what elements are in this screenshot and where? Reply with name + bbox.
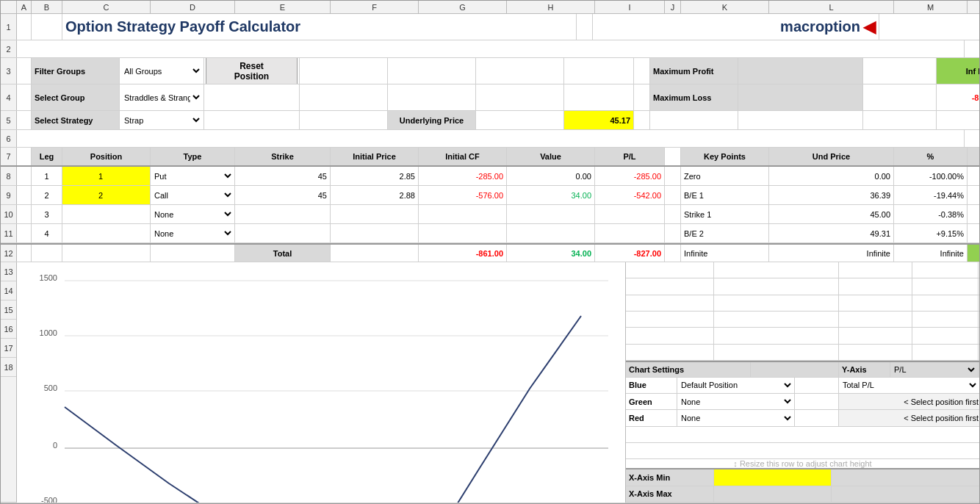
filter-groups-select[interactable]: All Groups [121,60,202,82]
kp-zero-und: 0.00 [769,167,894,185]
cell-4e [204,84,300,110]
filter-groups-dropdown[interactable]: All Groups [120,58,204,84]
kp-extra-6a [626,345,714,360]
select-group-select[interactable]: Straddles & Strangles [121,86,202,109]
cs-empty-2-cell [626,443,979,458]
leg3-value [507,205,595,223]
cell-11j [665,224,681,242]
leg3-initial-price [331,205,419,223]
kp-extra-5a [626,328,714,343]
green-position-select[interactable]: None [678,395,793,408]
rownum-8: 8 [1,167,17,185]
leg2-type[interactable]: CallPutNone [151,186,235,204]
y-axis-dropdown[interactable]: P/L [890,362,979,377]
red-position-dropdown[interactable]: None [677,410,795,425]
kp-be1-pct: -19.44% [894,186,968,204]
value-header: Value [507,148,595,165]
row-nums-col: 13 14 15 16 17 18 [1,262,17,503]
rownum-2: 2 [1,40,17,57]
kp-extra-1b [714,262,839,278]
x-axis-max-label: X-Axis Max [626,486,714,502]
leg2-initial-price: 2.88 [331,186,419,204]
cell-4a [17,84,32,110]
max-profit-spacer [738,58,863,84]
leg4-type-select[interactable]: NonePutCall [151,225,234,242]
kp-extra-6b [714,345,839,360]
x-axis-min-row: X-Axis Min [626,469,979,486]
rownum-15: 15 [1,300,16,320]
col-header-row: A B C D E F G H I J K L M N [1,1,979,14]
y-axis-select[interactable]: P/L [891,363,977,376]
green-position-dropdown[interactable]: None [677,394,795,409]
leg3-num: 3 [32,205,62,223]
leg1-type[interactable]: PutCallNone [151,167,235,185]
kp-extra-2b [714,278,839,294]
select-strategy-select[interactable]: Strap [121,112,202,128]
pl-header: P/L [595,148,665,165]
leg2-type-select[interactable]: CallPutNone [151,187,234,204]
chart-and-settings-area: 13 14 15 16 17 18 1500 1000 500 [1,262,979,503]
cell-10a [17,205,32,223]
kp-extra-4b [714,312,839,327]
total-initial-cf: -861.00 [419,245,507,262]
leg2-num: 2 [32,186,62,204]
kp-be2-pct: +9.15% [894,224,968,242]
row-2: 2 [1,40,979,58]
rownum-1: 1 [1,14,17,40]
x-axis-min-value[interactable] [714,469,832,485]
cell-9j [665,186,681,204]
green-dd-arrow [795,394,839,409]
leg4-initial-price [331,224,419,242]
position-header: Position [62,148,151,165]
leg3-initial-cf [419,205,507,223]
leg1-position[interactable] [62,167,151,185]
blue-series-select[interactable]: Total P/L [840,378,979,392]
x-axis-max-value[interactable] [714,486,832,502]
underlying-label: Underlying Price [388,111,476,129]
cell-2 [17,40,965,57]
kp-extra-2a [626,278,714,294]
row-8: 8 1 PutCallNone 45 2.85 -285.00 0.00 -28… [1,167,979,186]
select-group-dropdown[interactable]: Straddles & Strangles [120,84,204,110]
blue-series-dropdown[interactable]: Total P/L [839,378,979,393]
leg2-position[interactable] [62,186,151,204]
kp-strike1-und: 45.00 [769,205,894,223]
rownum-11: 11 [1,224,17,242]
type-header: Type [151,148,235,165]
cell-12a [17,245,32,262]
kp-extra-3d [912,295,979,311]
cell-12d [151,245,235,262]
leg1-type-select[interactable]: PutCallNone [151,168,234,184]
col-header-h: H [507,1,595,13]
rownum-12: 12 [1,245,17,262]
kp-be2-und: 49.31 [769,224,894,242]
cell-8j [665,167,681,185]
kp-extra-4a [626,312,714,327]
reset-position-btn[interactable]: ResetPosition [204,58,300,84]
leg4-type[interactable]: NonePutCall [151,224,235,242]
leg4-position [62,224,151,242]
row-1: 1 Option Strategy Payoff Calculator macr… [1,14,979,40]
leg3-type[interactable]: NonePutCall [151,205,235,223]
max-profit-value: Inf Profit [937,58,979,84]
leg2-strike: 45 [235,186,331,204]
blue-position-select[interactable]: Default Position [678,378,793,392]
red-position-select[interactable]: None [678,411,793,425]
leg1-initial-price: 2.85 [331,167,419,185]
row-3: 3 Filter Groups All Groups ResetPosition… [1,58,979,84]
blue-position-dropdown[interactable]: Default Position [677,378,795,393]
reset-btn-inner[interactable]: ResetPosition [206,58,298,84]
select-strategy-dropdown[interactable]: Strap [120,111,204,129]
col-header-f: F [331,1,419,13]
resize-hint: ↕ Resize this row to adjust chart height [626,459,979,469]
red-dd-arrow [795,410,839,425]
kp-extra-5b [714,328,839,343]
cs-empty-1-cell [626,427,979,442]
kp-extra-2 [626,278,979,295]
blue-dd-arrow [795,378,839,393]
chart-settings-row: Chart Settings Y-Axis P/L [626,361,979,378]
chart-container: 1500 1000 500 0 -500 -1000 [17,262,625,503]
kp-extra-1 [626,262,979,278]
leg3-type-select[interactable]: NonePutCall [151,206,234,223]
leg2-value: 34.00 [507,186,595,204]
